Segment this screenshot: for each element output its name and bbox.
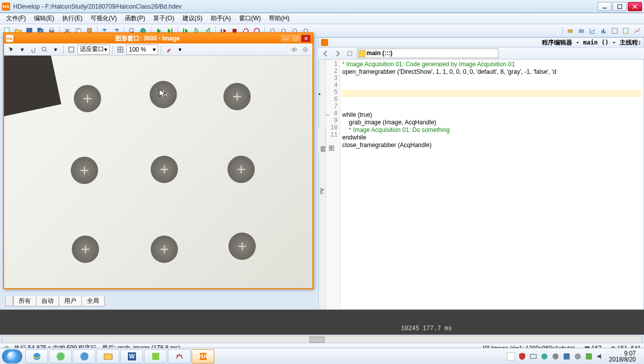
code-line-2: open_framegrabber ('DirectShow', 1, 1, 0… [342,68,557,75]
zoom-select[interactable]: 100 % ▾ [126,44,158,55]
code-current-line: ▸ [342,90,641,97]
tab-auto[interactable]: 自动 [36,296,59,306]
vertical-splitter[interactable] [314,37,318,324]
content-area: HA 图形窗口: 3600 - Image — □ ✕ ▾ ▾ 适应窗口 ▾ 1… [0,37,644,324]
assist2-icon[interactable] [576,26,586,36]
svg-point-55 [180,354,182,356]
svg-point-41 [294,49,295,50]
svg-rect-44 [348,52,352,56]
graphics-window-titlebar[interactable]: HA 图形窗口: 3600 - Image — □ ✕ [4,33,312,43]
tray-app2-icon[interactable] [551,352,560,360]
svg-point-48 [80,352,88,360]
dark-object [4,56,61,117]
taskbar-word[interactable]: W [120,349,143,363]
tray-app1-icon[interactable] [540,352,548,360]
pointer-dd-icon[interactable]: ▾ [17,44,27,55]
svg-point-61 [553,353,559,359]
taskbar-ie[interactable] [25,349,48,363]
taskbar-app3[interactable] [73,349,96,363]
window-titlebar: HA HDevelop - F:/HalconStudy/20180709/Ha… [0,0,644,13]
nav-fwd-icon[interactable] [333,49,343,59]
hand-icon[interactable] [28,44,38,55]
gwin-maximize-button[interactable]: □ [291,35,300,42]
fit-icon[interactable] [66,44,76,55]
svg-rect-1 [618,5,622,9]
menu-func[interactable]: 函数(P) [121,13,149,24]
right-panel: 程序编辑器 - main () - 主线程: main (:::) Ao 窗图 … [318,37,644,324]
menu-suggest[interactable]: 建议(S) [178,13,207,24]
menu-bar: 文件(F) 编辑(E) 执行(E) 可视化(V) 函数(P) 算子(O) 建议(… [0,13,644,24]
tray-speaker-icon[interactable] [596,352,604,360]
screw-3 [223,83,251,110]
svg-rect-9 [50,28,53,30]
gear-icon[interactable] [300,44,310,55]
nav-back-icon[interactable] [320,49,331,59]
tray-app5-icon[interactable] [585,352,593,360]
svg-rect-27 [568,29,573,33]
side-col-left[interactable]: Ao [319,60,326,323]
tray-shield-icon[interactable] [518,352,526,360]
eye-icon[interactable] [289,44,299,55]
tray-net-icon[interactable] [529,352,537,360]
taskbar-hdevelop[interactable]: HA [192,349,214,363]
close-button[interactable] [628,2,642,11]
zoom-dd-icon[interactable]: ▾ [51,44,61,55]
tab-all[interactable]: 所有 [13,296,36,306]
menu-file[interactable]: 文件(F) [2,13,30,24]
menu-visualize[interactable]: 可视化(V) [86,13,121,24]
tab-user[interactable]: 用户 [59,296,82,306]
fit-select[interactable]: 适应窗口 ▾ [77,44,110,55]
variable-tabs: 所有 自动 用户 全局 [5,296,104,306]
side-col-mid[interactable]: 窗图 [318,128,326,153]
taskbar-app6[interactable] [144,349,167,363]
graphics-window: HA 图形窗口: 3600 - Image — □ ✕ ▾ ▾ 适应窗口 ▾ 1… [3,32,313,289]
svg-point-47 [57,352,65,360]
editor-app-icon [321,39,328,46]
taskbar-explorer[interactable] [97,349,119,363]
svg-rect-33 [623,28,628,33]
tray-app4-icon[interactable] [574,352,582,360]
paint-dd-icon[interactable]: ▾ [175,44,185,55]
tab-global[interactable]: 全局 [81,296,105,306]
chart5-icon[interactable] [632,26,642,36]
menu-edit[interactable]: 编辑(E) [30,13,58,24]
zoom-in-icon[interactable] [39,44,50,55]
graphics-window-title: 图形窗口: 3600 - Image [15,34,280,43]
menu-run[interactable]: 执行(E) [58,13,86,24]
chart2-icon[interactable] [599,26,609,36]
tray-app3-icon[interactable] [563,352,571,360]
chart1-icon[interactable] [587,26,597,36]
paint-icon[interactable] [164,44,174,55]
minimize-button[interactable] [597,2,612,11]
tray-clock[interactable]: 9:07 2018/8/20 [607,350,638,362]
tray-flag-icon[interactable] [507,352,515,360]
svg-rect-52 [152,353,159,360]
code-editor[interactable]: * Image Acquisition 01: Code generated b… [340,60,643,323]
gwin-minimize-button[interactable]: — [281,35,290,42]
menu-window[interactable]: 窗口(W) [235,13,265,24]
chart3-icon[interactable] [610,26,620,36]
nav-copy-icon[interactable] [345,49,355,59]
code-line-1: * Image Acquisition 01: Code generated b… [342,61,515,68]
pointer-icon[interactable] [6,44,16,55]
screw-6 [227,156,255,183]
pc-marker-icon: ▸ [318,90,321,97]
scrollbar-thumb[interactable] [309,337,325,343]
graphics-canvas[interactable] [4,56,312,288]
start-button[interactable] [2,349,22,363]
chart4-icon[interactable] [621,26,631,36]
gwin-close-button[interactable]: ✕ [301,35,310,42]
menu-assist[interactable]: 助手(A) [207,13,235,24]
menu-help[interactable]: 帮助(H) [265,13,294,24]
code-area: Ao 窗图 1234567891011 * Image Acquisition … [318,60,644,324]
function-select[interactable]: main (:::) [357,49,498,58]
taskbar-paint[interactable] [168,349,191,363]
svg-line-35 [45,51,47,52]
taskbar-app2[interactable] [49,349,72,363]
assist1-icon[interactable] [565,26,575,36]
tab-prev[interactable] [5,296,13,306]
menu-operator[interactable]: 算子(O) [149,13,178,24]
maximize-button[interactable] [613,2,627,11]
grid-icon[interactable] [115,44,125,55]
svg-rect-36 [69,47,74,52]
